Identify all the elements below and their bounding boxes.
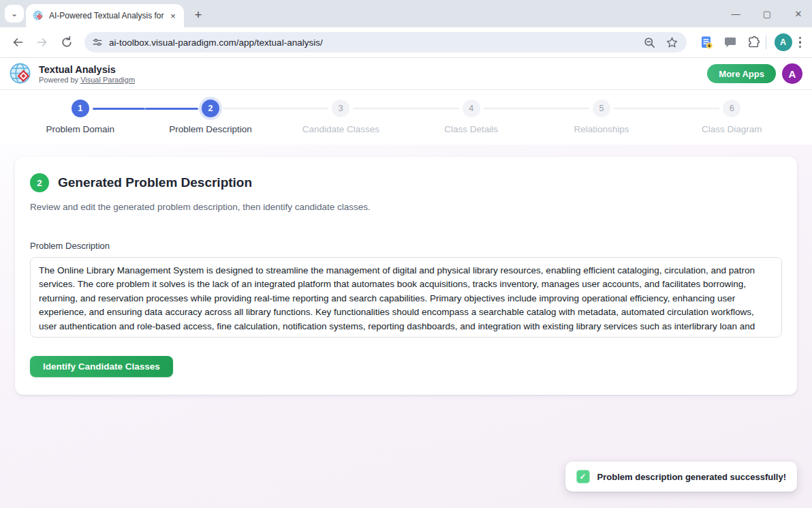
step-5-label: Relationships [574,124,629,134]
step-6-label: Class Diagram [702,124,762,134]
back-button[interactable] [7,31,29,53]
problem-description-card: 2 Generated Problem Description Review a… [15,157,797,395]
toolbar-divider [766,35,766,49]
tab-close-icon[interactable]: × [168,10,178,21]
window-close-button[interactable]: ✕ [793,9,804,19]
powered-by-line: Powered by Visual Paradigm [39,76,135,84]
reload-icon [60,35,74,49]
zoom-out-icon[interactable] [643,36,656,49]
step-problem-domain[interactable]: 1 Problem Domain [15,99,145,145]
success-check-icon: ✓ [576,470,590,483]
step-relationships[interactable]: 5 Relationships [536,99,666,145]
description-field-label: Problem Description [30,241,782,251]
step-1-circle[interactable]: 1 [72,100,89,117]
app-header: Textual Analysis Powered by Visual Parad… [0,58,812,90]
app-title: Textual Analysis [39,64,135,76]
step-number-badge: 2 [30,173,49,192]
site-settings-tune-icon[interactable] [91,36,104,48]
step-problem-description[interactable]: 2 Problem Description [145,99,275,145]
identify-candidate-classes-button[interactable]: Identify Candidate Classes [30,356,173,377]
card-title: Generated Problem Description [58,175,252,190]
tab-title: AI-Powered Textual Analysis for [49,11,168,20]
forward-button[interactable] [31,31,53,53]
step-3-circle[interactable]: 3 [332,100,349,117]
reload-button[interactable] [56,31,78,53]
more-apps-button[interactable]: More Apps [707,64,776,83]
toast-message: Problem description generated successful… [597,472,786,482]
window-minimize-button[interactable]: — [730,9,741,19]
problem-description-textarea[interactable]: The Online Library Management System is … [30,257,782,338]
user-avatar[interactable]: A [782,63,802,84]
extensions-puzzle-icon[interactable] [747,35,760,49]
tab-search-button[interactable]: ⌄ [5,5,24,23]
address-bar[interactable]: ai-toolbox.visual-paradigm.com/app/textu… [84,32,687,53]
visual-paradigm-favicon [33,10,44,21]
step-4-circle[interactable]: 4 [463,100,480,117]
docs-offline-icon[interactable] [699,35,714,50]
bookmark-star-icon[interactable] [666,36,678,49]
visual-paradigm-logo [10,63,32,85]
window-maximize-button[interactable]: ▢ [762,9,772,19]
main-content: 2 Generated Problem Description Review a… [0,145,812,508]
step-5-circle[interactable]: 5 [593,100,610,117]
url-text[interactable]: ai-toolbox.visual-paradigm.com/app/textu… [109,38,643,48]
browser-menu-icon[interactable] [795,37,806,48]
card-subtitle: Review and edit the generated problem de… [30,202,782,212]
forward-arrow-icon [35,35,49,49]
step-6-circle[interactable]: 6 [723,100,740,117]
success-toast: ✓ Problem description generated successf… [565,462,797,492]
comment-bubble-icon[interactable] [723,35,737,49]
step-3-label: Candidate Classes [302,124,379,134]
chevron-down-icon: ⌄ [11,9,18,18]
browser-toolbar: ai-toolbox.visual-paradigm.com/app/textu… [0,27,812,58]
step-2-circle[interactable]: 2 [202,100,219,117]
new-tab-button[interactable]: + [189,6,207,24]
step-1-label: Problem Domain [46,124,114,134]
back-arrow-icon [11,35,25,49]
powered-by-prefix: Powered by [39,76,78,84]
step-4-label: Class Details [444,124,498,134]
browser-profile-avatar[interactable]: A [775,33,792,51]
step-candidate-classes[interactable]: 3 Candidate Classes [276,99,406,145]
browser-tab[interactable]: AI-Powered Textual Analysis for × [26,4,184,27]
step-class-diagram[interactable]: 6 Class Diagram [667,99,797,145]
visual-paradigm-link[interactable]: Visual Paradigm [80,76,135,84]
browser-tab-strip: ⌄ AI-Powered Textual Analysis for × + — … [0,0,812,27]
wizard-stepper: 1 Problem Domain 2 Problem Description 3… [0,90,812,145]
step-2-label: Problem Description [169,124,252,134]
step-class-details[interactable]: 4 Class Details [406,99,536,145]
